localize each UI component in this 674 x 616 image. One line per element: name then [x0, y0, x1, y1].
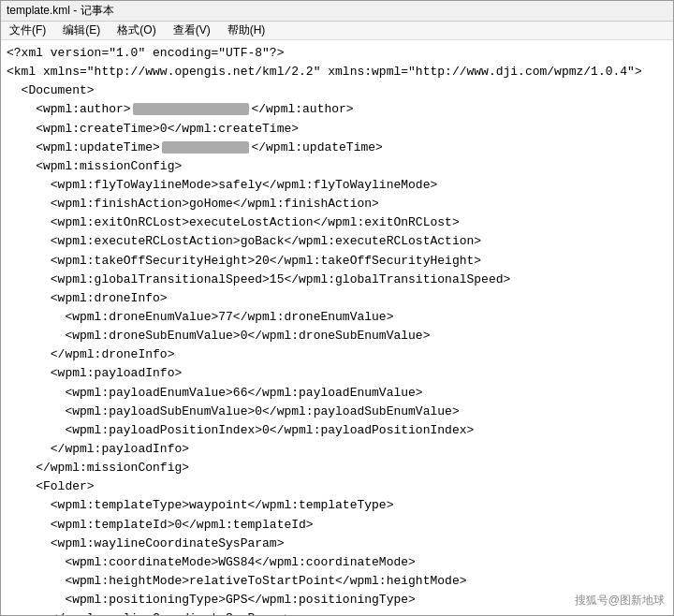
line-5: <wpml:createTime>0</wpml:createTime> [7, 120, 667, 139]
text-content: <?xml version="1.0" encoding="UTF-8"?> <… [1, 40, 673, 615]
line-6: <wpml:updateTime> </wpml:updateTime> [7, 139, 667, 157]
line-10: <wpml:exitOnRCLost>executeLostAction</wp… [7, 213, 667, 232]
line-21: <wpml:payloadPositionIndex>0</wpml:paylo… [7, 421, 667, 440]
menu-view[interactable]: 查看(V) [170, 22, 213, 38]
line-15: <wpml:droneEnumValue>77</wpml:droneEnumV… [7, 308, 667, 327]
menu-bar: 文件(F) 编辑(E) 格式(O) 查看(V) 帮助(H) [1, 22, 673, 40]
line-23: </wpml:missionConfig> [7, 459, 667, 477]
line-25: <wpml:templateType>waypoint</wpml:templa… [7, 496, 667, 515]
line-16: <wpml:droneSubEnumValue>0</wpml:droneSub… [7, 327, 667, 345]
menu-format[interactable]: 格式(O) [114, 22, 158, 38]
line-9: <wpml:finishAction>goHome</wpml:finishAc… [7, 195, 667, 213]
line-28: <wpml:coordinateMode>WGS84</wpml:coordin… [7, 553, 667, 572]
line-22: </wpml:payloadInfo> [7, 440, 667, 459]
line-11: <wpml:executeRCLostAction>goBack</wpml:e… [7, 232, 667, 251]
line-14: <wpml:droneInfo> [7, 289, 667, 308]
line-12: <wpml:takeOffSecurityHeight>20</wpml:tak… [7, 252, 667, 271]
line-8: <wpml:flyToWaylineMode>safely</wpml:flyT… [7, 176, 667, 195]
menu-file[interactable]: 文件(F) [7, 22, 49, 38]
redacted-updatetime [162, 141, 250, 154]
line-24: <Folder> [7, 477, 667, 496]
line-29: <wpml:heightMode>relativeToStartPoint</w… [7, 572, 667, 591]
title-text: template.kml - 记事本 [7, 3, 114, 19]
line-18: <wpml:payloadInfo> [7, 364, 667, 383]
line-31: </wpml:waylineCoordinateSysParam> [7, 609, 667, 615]
line-3: <Document> [7, 81, 667, 100]
line-7: <wpml:missionConfig> [7, 157, 667, 176]
line-27: <wpml:waylineCoordinateSysParam> [7, 535, 667, 553]
line-26: <wpml:templateId>0</wpml:templateId> [7, 516, 667, 535]
redacted-author [133, 103, 250, 115]
line-4: <wpml:author> </wpml:author> [7, 100, 667, 119]
title-bar: template.kml - 记事本 [1, 1, 673, 22]
line-2: <kml xmlns="http://www.opengis.net/kml/2… [7, 63, 667, 81]
line-20: <wpml:payloadSubEnumValue>0</wpml:payloa… [7, 403, 667, 421]
line-19: <wpml:payloadEnumValue>66</wpml:payloadE… [7, 384, 667, 403]
menu-help[interactable]: 帮助(H) [225, 22, 269, 38]
menu-edit[interactable]: 编辑(E) [60, 22, 103, 38]
line-30: <wpml:positioningType>GPS</wpml:position… [7, 591, 667, 609]
line-17: </wpml:droneInfo> [7, 345, 667, 364]
line-1: <?xml version="1.0" encoding="UTF-8"?> [7, 44, 667, 63]
line-13: <wpml:globalTransitionalSpeed>15</wpml:g… [7, 271, 667, 289]
